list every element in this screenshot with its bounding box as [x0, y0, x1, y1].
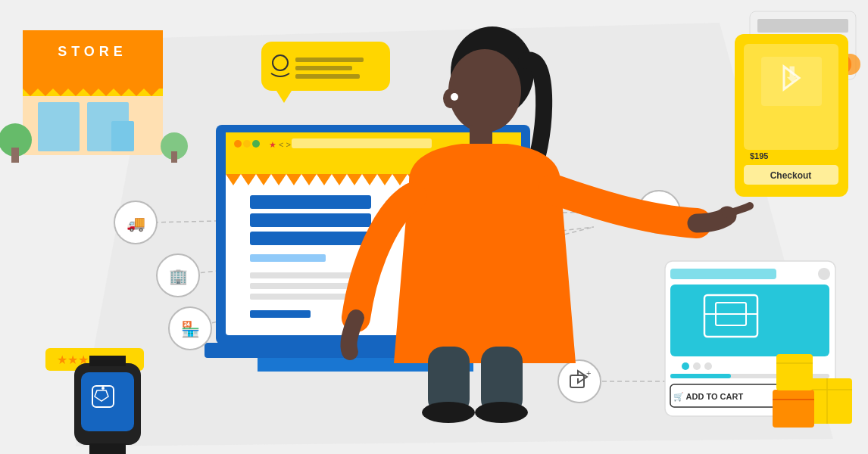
- svg-rect-7: [23, 30, 163, 72]
- svg-rect-24: [11, 148, 19, 163]
- svg-rect-36: [258, 358, 473, 372]
- svg-point-132: [443, 89, 458, 108]
- svg-marker-60: [453, 174, 468, 185]
- svg-rect-20: [38, 102, 80, 151]
- svg-rect-31: [295, 66, 352, 70]
- svg-rect-110: [670, 374, 829, 378]
- svg-marker-64: [514, 174, 529, 185]
- svg-point-129: [451, 26, 534, 117]
- svg-rect-67: [250, 232, 371, 245]
- svg-text:⬇: ⬇: [783, 63, 801, 86]
- svg-rect-103: [670, 285, 829, 356]
- svg-point-23: [0, 123, 32, 157]
- svg-text:🛍: 🛍: [652, 206, 666, 221]
- svg-rect-85: [757, 19, 848, 33]
- svg-rect-9: [23, 72, 163, 89]
- svg-rect-72: [250, 310, 311, 318]
- svg-point-73: [114, 201, 157, 244]
- svg-point-109: [704, 362, 712, 370]
- svg-rect-30: [295, 58, 364, 62]
- svg-text:🏢: 🏢: [169, 267, 188, 285]
- svg-marker-13: [53, 89, 68, 96]
- svg-marker-56: [392, 174, 407, 185]
- svg-text:Checkout: Checkout: [770, 170, 812, 181]
- svg-line-2: [178, 227, 594, 275]
- svg-rect-35: [205, 343, 530, 358]
- svg-point-130: [448, 49, 521, 132]
- svg-point-90: [830, 54, 851, 75]
- svg-marker-50: [301, 174, 317, 185]
- svg-marker-51: [317, 174, 332, 185]
- svg-point-137: [475, 402, 528, 423]
- svg-marker-47: [256, 174, 271, 185]
- svg-point-75: [157, 254, 199, 297]
- svg-marker-14: [68, 89, 83, 96]
- svg-line-1: [154, 212, 594, 222]
- svg-marker-57: [407, 174, 423, 185]
- svg-point-38: [234, 140, 242, 148]
- svg-rect-65: [250, 195, 371, 209]
- svg-marker-45: [226, 174, 241, 185]
- svg-marker-48: [271, 174, 286, 185]
- svg-rect-33: [216, 125, 530, 344]
- svg-rect-135: [481, 347, 523, 415]
- svg-rect-27: [261, 42, 390, 91]
- svg-rect-92: [735, 34, 848, 197]
- svg-rect-118: [92, 386, 114, 407]
- svg-rect-104: [704, 295, 757, 337]
- svg-rect-131: [470, 125, 492, 151]
- svg-point-25: [161, 132, 188, 160]
- svg-marker-12: [38, 89, 53, 96]
- svg-marker-16: [98, 89, 114, 96]
- main-scene: STORE: [0, 0, 868, 454]
- svg-point-81: [558, 360, 601, 403]
- svg-text:+: +: [586, 368, 591, 378]
- svg-rect-127: [776, 354, 813, 390]
- svg-rect-82: [570, 375, 584, 387]
- svg-rect-93: [744, 44, 838, 150]
- svg-marker-46: [241, 174, 256, 185]
- svg-line-3: [190, 227, 594, 328]
- svg-rect-84: [750, 11, 856, 79]
- svg-text:★: ★: [269, 140, 276, 149]
- svg-point-136: [422, 402, 475, 423]
- svg-rect-125: [773, 390, 814, 428]
- svg-rect-21: [87, 102, 129, 151]
- svg-rect-44: [226, 155, 521, 174]
- svg-point-79: [638, 191, 680, 233]
- svg-rect-120: [89, 356, 126, 366]
- svg-marker-28: [276, 91, 292, 103]
- svg-marker-0: [76, 23, 833, 446]
- svg-marker-58: [423, 174, 438, 185]
- svg-rect-111: [670, 374, 731, 378]
- svg-rect-101: [670, 269, 776, 279]
- svg-point-77: [169, 307, 211, 350]
- svg-rect-70: [250, 283, 356, 289]
- svg-rect-94: [761, 57, 822, 106]
- svg-rect-114: [45, 348, 144, 371]
- svg-marker-55: [377, 174, 392, 185]
- svg-rect-26: [171, 151, 177, 163]
- svg-text:STORE: STORE: [58, 44, 127, 59]
- svg-rect-117: [81, 372, 134, 431]
- svg-rect-37: [226, 132, 521, 155]
- svg-text:🚚: 🚚: [126, 214, 145, 232]
- svg-marker-10: [23, 89, 163, 96]
- svg-marker-52: [332, 174, 347, 185]
- svg-point-40: [252, 140, 260, 148]
- svg-rect-34: [226, 132, 521, 335]
- svg-rect-121: [89, 443, 126, 454]
- svg-marker-18: [129, 89, 144, 96]
- svg-rect-22: [111, 121, 134, 151]
- svg-rect-86: [757, 38, 779, 53]
- svg-point-108: [693, 362, 701, 370]
- svg-text:★★★★★: ★★★★★: [57, 353, 110, 366]
- svg-marker-11: [23, 89, 38, 96]
- svg-rect-6: [23, 30, 163, 155]
- svg-point-91: [839, 54, 860, 75]
- svg-marker-49: [286, 174, 301, 185]
- svg-text:$195: $195: [750, 151, 768, 160]
- svg-marker-54: [362, 174, 377, 185]
- svg-point-39: [243, 140, 251, 148]
- svg-rect-98: [744, 165, 838, 185]
